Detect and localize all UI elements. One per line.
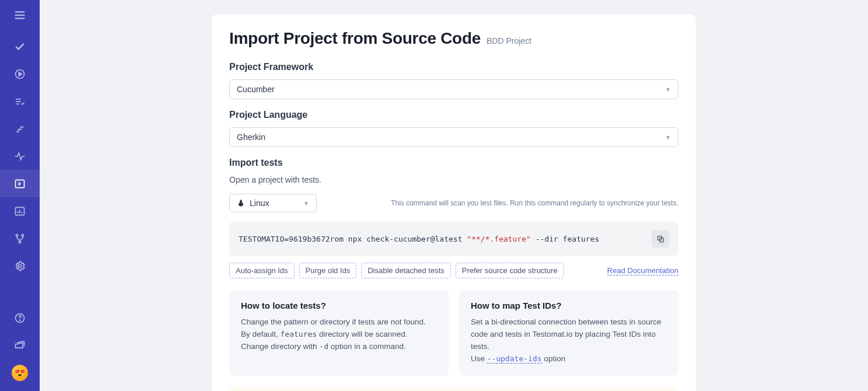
info-map-body: Set a bi-directional connection between … [471, 316, 667, 365]
page-title: Import Project from Source Code [229, 29, 481, 48]
nav-projects[interactable] [0, 331, 40, 359]
nav-settings[interactable] [0, 252, 40, 280]
nav-tests[interactable] [0, 33, 40, 60]
import-hint: Open a project with tests. [229, 175, 678, 184]
nav-steps[interactable] [0, 115, 40, 142]
api-key-warning: TESTOMATIO=9619b3672rom it is your API k… [229, 387, 678, 391]
avatar: 😍 [12, 365, 28, 381]
svg-point-14 [22, 234, 23, 236]
os-select[interactable]: Linux ▼ [229, 194, 317, 212]
svg-point-13 [16, 234, 18, 236]
import-label: Import tests [229, 158, 678, 168]
command-text: TESTOMATIO=9619b3672rom npx check-cucumb… [239, 235, 599, 243]
copy-icon [656, 235, 665, 243]
nav-analytics[interactable] [0, 197, 40, 225]
chip-auto-assign[interactable]: Auto-assign Ids [229, 263, 295, 278]
stairs-icon [14, 123, 26, 135]
nav-plans[interactable] [0, 88, 40, 115]
language-value: Gherkin [237, 132, 265, 142]
chart-icon [14, 205, 26, 217]
pulse-icon [14, 151, 26, 162]
branch-icon [14, 233, 26, 245]
svg-point-17 [19, 320, 20, 320]
framework-value: Cucumber [237, 85, 275, 94]
info-locate: How to locate tests? Change the pattern … [229, 290, 449, 376]
chevron-down-icon: ▼ [665, 86, 671, 93]
svg-marker-4 [19, 72, 22, 76]
framework-select[interactable]: Cucumber ▼ [229, 79, 678, 99]
list-check-icon [14, 96, 26, 107]
chip-disable-detached[interactable]: Disable detached tests [361, 263, 451, 278]
framework-label: Project Framework [229, 62, 678, 72]
nav-help[interactable] [0, 304, 40, 331]
help-icon [14, 312, 26, 324]
info-map: How to map Test IDs? Set a bi-directiona… [459, 290, 678, 376]
nav-branches[interactable] [0, 225, 40, 252]
hamburger-icon [13, 9, 26, 22]
gear-icon [14, 260, 26, 272]
info-map-title: How to map Test IDs? [471, 301, 667, 310]
play-circle-icon [14, 68, 26, 80]
info-locate-body: Change the pattern or directory if tests… [241, 316, 437, 353]
linux-icon [237, 199, 245, 207]
menu-toggle[interactable] [0, 5, 40, 26]
chip-prefer-source[interactable]: Prefer source code structure [456, 263, 564, 278]
svg-point-15 [19, 241, 20, 243]
chip-purge[interactable]: Purge old Ids [299, 263, 357, 278]
nav-profile[interactable]: 😍 [0, 359, 40, 386]
copy-button[interactable] [652, 230, 669, 247]
sidebar: 😍 [0, 0, 40, 391]
import-card: Import Project from Source Code BDD Proj… [212, 14, 696, 391]
chevron-down-icon: ▼ [665, 134, 671, 141]
folders-icon [14, 340, 26, 351]
command-block: TESTOMATIO=9619b3672rom npx check-cucumb… [229, 222, 678, 256]
nav-import[interactable] [0, 170, 40, 197]
check-icon [14, 41, 26, 53]
page-subtitle: BDD Project [487, 36, 531, 46]
chevron-down-icon: ▼ [303, 200, 309, 207]
info-locate-title: How to locate tests? [241, 301, 437, 310]
nav-activity[interactable] [0, 142, 40, 170]
language-label: Project Language [229, 110, 678, 120]
os-value: Linux [250, 198, 269, 208]
scan-hint: This command will scan you test files. R… [391, 199, 678, 207]
read-documentation-link[interactable]: Read Documentation [607, 266, 678, 275]
nav-runs[interactable] [0, 60, 40, 88]
language-select[interactable]: Gherkin ▼ [229, 127, 678, 147]
import-icon [14, 178, 26, 190]
main-content: Import Project from Source Code BDD Proj… [40, 0, 868, 391]
